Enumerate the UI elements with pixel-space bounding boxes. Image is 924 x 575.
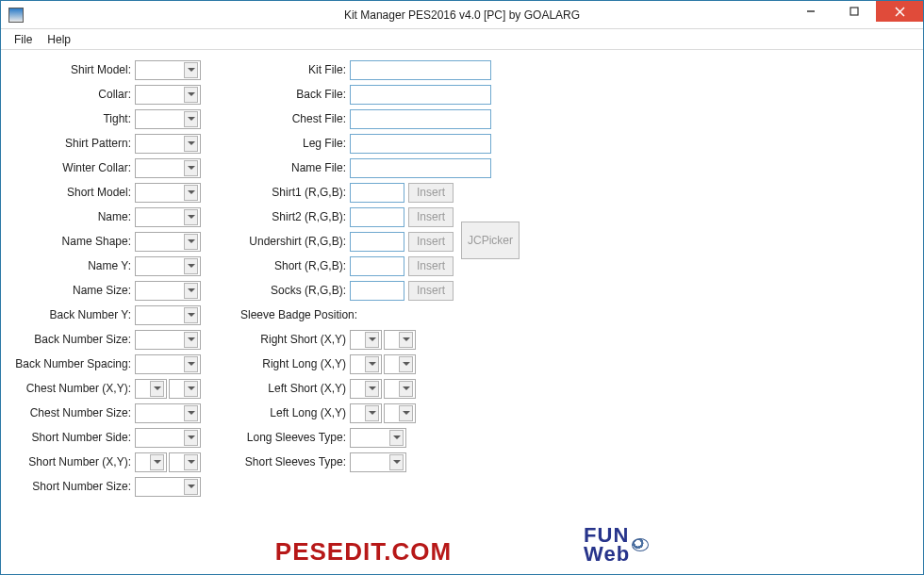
chevron-down-icon bbox=[184, 87, 198, 103]
right-column: Kit File: Back File: Chest File: Leg Fil… bbox=[210, 58, 491, 499]
socks-rgb-input[interactable] bbox=[350, 281, 404, 301]
left-long-y-combo[interactable] bbox=[384, 403, 416, 423]
maximize-button[interactable] bbox=[833, 1, 876, 22]
short-rgb-input[interactable] bbox=[350, 256, 404, 276]
chevron-down-icon bbox=[389, 430, 404, 446]
shirt1-insert-button[interactable]: Insert bbox=[408, 183, 454, 203]
shirt1-rgb-input[interactable] bbox=[350, 183, 404, 203]
name-y-combo[interactable] bbox=[135, 256, 201, 276]
chevron-down-icon bbox=[184, 332, 198, 348]
jcpicker-button[interactable]: JCPicker bbox=[461, 222, 520, 259]
winter-collar-label: Winter Collar: bbox=[12, 161, 135, 174]
back-number-size-label: Back Number Size: bbox=[12, 333, 135, 346]
name-file-input[interactable] bbox=[350, 158, 491, 178]
right-long-x-combo[interactable] bbox=[350, 354, 382, 374]
short-model-label: Short Model: bbox=[12, 186, 135, 199]
chevron-down-icon bbox=[184, 234, 198, 250]
short-number-size-combo[interactable] bbox=[135, 477, 201, 497]
chevron-down-icon bbox=[184, 381, 198, 397]
short-number-y-combo[interactable] bbox=[169, 452, 201, 472]
short-sleeves-type-combo[interactable] bbox=[350, 452, 406, 472]
svg-rect-1 bbox=[850, 8, 858, 15]
chevron-down-icon bbox=[184, 405, 198, 421]
content-area: Shirt Model: Collar: Tight: Shirt Patter… bbox=[1, 50, 923, 572]
shirt-model-label: Shirt Model: bbox=[12, 63, 135, 76]
chevron-down-icon bbox=[184, 185, 198, 201]
close-button[interactable] bbox=[876, 1, 923, 22]
chest-number-x-combo[interactable] bbox=[135, 379, 167, 399]
name-combo[interactable] bbox=[135, 207, 201, 227]
chevron-down-icon bbox=[365, 356, 379, 372]
chevron-down-icon bbox=[184, 136, 198, 152]
chest-number-y-combo[interactable] bbox=[169, 379, 201, 399]
chevron-down-icon bbox=[184, 307, 198, 323]
chevron-down-icon bbox=[365, 381, 379, 397]
undershirt-rgb-input[interactable] bbox=[350, 232, 404, 252]
chest-file-label: Chest File: bbox=[210, 112, 350, 125]
chevron-down-icon bbox=[184, 160, 198, 176]
short-number-side-label: Short Number Side: bbox=[12, 431, 135, 444]
short-model-combo[interactable] bbox=[135, 183, 201, 203]
back-number-y-label: Back Number Y: bbox=[12, 308, 135, 321]
back-number-y-combo[interactable] bbox=[135, 305, 201, 325]
footer: PESEDIT.COM FUN Web bbox=[1, 523, 923, 567]
tight-label: Tight: bbox=[12, 112, 135, 125]
shirt-pattern-combo[interactable] bbox=[135, 134, 201, 154]
name-label: Name: bbox=[12, 210, 135, 223]
maximize-icon bbox=[850, 7, 859, 16]
left-long-x-combo[interactable] bbox=[350, 403, 382, 423]
right-short-y-combo[interactable] bbox=[384, 330, 416, 350]
chevron-down-icon bbox=[184, 356, 198, 372]
minimize-button[interactable] bbox=[789, 1, 833, 22]
short-insert-button[interactable]: Insert bbox=[408, 256, 454, 276]
undershirt-insert-button[interactable]: Insert bbox=[408, 232, 454, 252]
right-long-xy-label: Right Long (X,Y) bbox=[210, 357, 350, 370]
undershirt-rgb-label: Undershirt (R,G,B): bbox=[210, 235, 350, 248]
main-window: Kit Manager PES2016 v4.0 [PC] by GOALARG… bbox=[0, 0, 924, 575]
chest-file-input[interactable] bbox=[350, 109, 491, 129]
name-shape-combo[interactable] bbox=[135, 232, 201, 252]
chevron-down-icon bbox=[365, 405, 379, 421]
sleeve-badge-header: Sleeve Badge Position: bbox=[240, 308, 357, 321]
back-number-size-combo[interactable] bbox=[135, 330, 201, 350]
shirt-pattern-label: Shirt Pattern: bbox=[12, 137, 135, 150]
chevron-down-icon bbox=[184, 209, 198, 225]
chevron-down-icon bbox=[150, 381, 164, 397]
name-size-combo[interactable] bbox=[135, 281, 201, 301]
short-number-x-combo[interactable] bbox=[135, 452, 167, 472]
socks-insert-button[interactable]: Insert bbox=[408, 281, 454, 301]
back-file-input[interactable] bbox=[350, 85, 491, 105]
chest-number-size-combo[interactable] bbox=[135, 403, 201, 423]
tight-combo[interactable] bbox=[135, 109, 201, 129]
chevron-down-icon bbox=[184, 283, 198, 299]
shirt2-rgb-input[interactable] bbox=[350, 207, 404, 227]
kit-file-input[interactable] bbox=[350, 60, 491, 80]
short-number-side-combo[interactable] bbox=[135, 428, 201, 448]
chevron-down-icon bbox=[399, 381, 413, 397]
name-y-label: Name Y: bbox=[12, 259, 135, 272]
leg-file-input[interactable] bbox=[350, 134, 491, 154]
menu-help[interactable]: Help bbox=[40, 31, 78, 48]
right-short-xy-label: Right Short (X,Y) bbox=[210, 333, 350, 346]
winter-collar-combo[interactable] bbox=[135, 158, 201, 178]
chevron-down-icon bbox=[389, 454, 404, 470]
shirt-model-combo[interactable] bbox=[135, 60, 201, 80]
long-sleeves-type-combo[interactable] bbox=[350, 428, 406, 448]
chevron-down-icon bbox=[399, 405, 413, 421]
shirt2-insert-button[interactable]: Insert bbox=[408, 207, 454, 227]
funweb-logo: FUN Web bbox=[584, 523, 649, 567]
right-long-y-combo[interactable] bbox=[384, 354, 416, 374]
chevron-down-icon bbox=[184, 454, 198, 470]
collar-combo[interactable] bbox=[135, 85, 201, 105]
socks-rgb-label: Socks (R,G,B): bbox=[210, 284, 350, 297]
short-number-size-label: Short Number Size: bbox=[12, 480, 135, 493]
shirt2-rgb-label: Shirt2 (R,G,B): bbox=[210, 210, 350, 223]
chevron-down-icon bbox=[184, 479, 198, 495]
short-sleeves-type-label: Short Sleeves Type: bbox=[210, 455, 350, 468]
left-short-y-combo[interactable] bbox=[384, 379, 416, 399]
back-number-spacing-combo[interactable] bbox=[135, 354, 201, 374]
menu-file[interactable]: File bbox=[7, 31, 40, 48]
left-short-x-combo[interactable] bbox=[350, 379, 382, 399]
chevron-down-icon bbox=[184, 111, 198, 127]
right-short-x-combo[interactable] bbox=[350, 330, 382, 350]
